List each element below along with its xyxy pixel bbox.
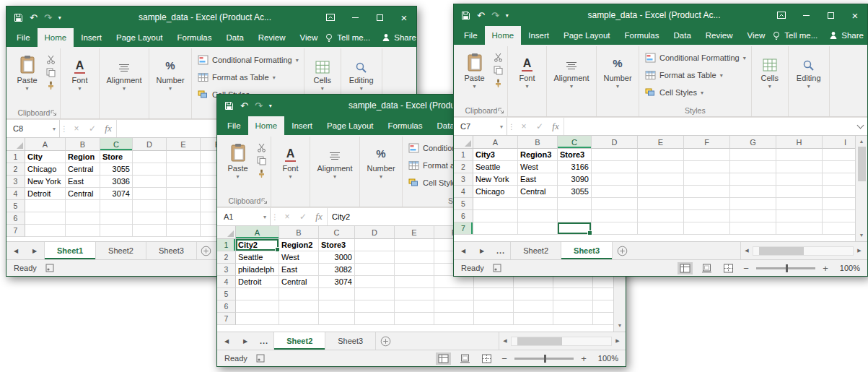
cell-a3[interactable]: philadelph [236,264,279,276]
cell-d3[interactable] [592,173,638,186]
cell-i6[interactable] [823,210,855,222]
cell-b6[interactable] [66,212,100,225]
cell-h4[interactable] [514,276,553,288]
horizontal-scroll-track[interactable] [511,337,612,346]
normal-view-icon[interactable] [678,262,693,274]
undo-icon[interactable]: ↶ [477,11,485,20]
cell-h5[interactable] [776,198,823,210]
cell-b7[interactable] [279,313,319,325]
copy-icon[interactable] [257,156,266,165]
cell-d6[interactable] [592,210,638,222]
row-header-7[interactable]: 7 [6,225,25,237]
cell-d7[interactable] [133,225,167,237]
format-as-table-button[interactable]: Format as Table ▾ [194,69,302,85]
cell-a7[interactable] [473,222,518,235]
save-icon[interactable] [14,13,23,22]
cancel-icon[interactable]: × [516,118,532,135]
cell-e1[interactable] [638,149,684,161]
cell-c6[interactable] [319,300,355,313]
formula-input[interactable] [564,118,853,135]
column-header-b[interactable]: B [518,136,558,149]
font-button[interactable]: A Font ▾ [510,46,544,88]
select-all-button[interactable] [217,226,236,239]
cell-e1[interactable] [395,239,434,251]
editing-button[interactable]: Editing ▾ [791,46,827,88]
cell-b5[interactable] [279,288,319,300]
cell-d4[interactable] [133,188,167,200]
zoom-slider[interactable] [756,267,815,269]
editing-button[interactable]: Editing ▾ [343,48,380,90]
cell-a3[interactable]: New York [25,176,66,188]
cell-i3[interactable] [823,173,855,186]
cell-a1[interactable]: City2 [236,239,279,251]
tab-page-layout[interactable]: Page Layout [109,28,170,47]
row-header-4[interactable]: 4 [454,186,473,198]
sheet-scroll-left-icon[interactable]: ◀ [217,332,236,350]
sheet-tab-sheet3[interactable]: Sheet3 [146,242,197,259]
cell-e4[interactable] [395,276,434,288]
cell-b4[interactable]: Central [518,186,558,198]
qat-customize-icon[interactable]: ▾ [269,101,272,111]
clipboard-dialog-launcher-icon[interactable] [51,110,57,116]
sheet-tab-sheet2[interactable]: Sheet2 [510,242,561,259]
row-header-3[interactable]: 3 [6,176,25,188]
cell-a5[interactable] [25,200,66,212]
cell-c5[interactable] [100,200,133,212]
page-break-view-icon[interactable] [721,262,736,274]
minimize-button[interactable] [343,7,367,28]
row-header-5[interactable]: 5 [217,288,236,300]
cell-g3[interactable] [730,173,776,186]
format-painter-icon[interactable] [257,169,266,178]
cut-icon[interactable] [257,143,266,152]
cell-d6[interactable] [133,212,167,225]
cell-g5[interactable] [730,198,776,210]
cell-c2[interactable]: 3055 [100,163,133,176]
cell-h4[interactable] [776,186,823,198]
cell-d7[interactable] [355,313,395,325]
cell-h3[interactable] [776,173,823,186]
tab-data[interactable]: Data [667,26,698,45]
cell-c2[interactable]: 3000 [319,251,355,264]
cancel-icon[interactable]: × [69,120,84,137]
cell-e3[interactable] [395,264,434,276]
cell-e7[interactable] [395,313,434,325]
cell-d3[interactable] [133,176,167,188]
qat-customize-icon[interactable]: ▾ [58,13,61,22]
redo-icon[interactable]: ↷ [44,13,52,22]
sheet-list-ellipsis[interactable]: ... [491,242,510,259]
macro-record-icon[interactable] [493,264,501,272]
name-box[interactable]: C7 ▾ [454,118,507,135]
cell-c4[interactable]: 3055 [558,186,592,198]
cut-icon[interactable] [46,55,56,64]
qat-customize-icon[interactable]: ▾ [506,11,509,20]
cell-a6[interactable] [25,212,66,225]
alignment-button[interactable]: Alignment ▾ [549,46,594,88]
format-as-table-button[interactable]: Format as Table ▾ [641,67,749,83]
paste-button[interactable]: Paste ▾ [10,48,44,106]
tab-review[interactable]: Review [698,26,740,45]
tell-me-box[interactable]: Tell me... [325,33,370,43]
alignment-button[interactable]: Alignment ▾ [312,137,357,178]
tab-file[interactable]: File [9,28,38,47]
hscroll-left-icon[interactable]: ◀ [499,338,511,344]
cell-d5[interactable] [355,288,395,300]
sheet-scroll-left-icon[interactable]: ◀ [454,242,473,259]
cell-d1[interactable] [592,149,638,161]
cell-styles-button[interactable]: Cell Styles ▾ [641,85,749,100]
cell-b1[interactable]: Region [66,151,100,163]
cell-f2[interactable] [684,161,730,173]
cell-d4[interactable] [355,276,395,288]
tab-insert[interactable]: Insert [521,26,556,45]
row-header-7[interactable]: 7 [217,313,236,325]
new-sheet-button[interactable] [197,242,216,259]
tab-home[interactable]: Home [38,28,74,47]
cell-c5[interactable] [319,288,355,300]
column-header-d[interactable]: D [355,226,395,239]
tab-formulas[interactable]: Formulas [618,26,667,45]
macro-record-icon[interactable] [256,354,265,363]
share-button[interactable]: Share [382,33,416,42]
cell-i1[interactable] [823,149,855,161]
maximize-button[interactable] [367,7,392,28]
cell-c4[interactable]: 3074 [100,188,133,200]
row-header-6[interactable]: 6 [217,300,236,313]
